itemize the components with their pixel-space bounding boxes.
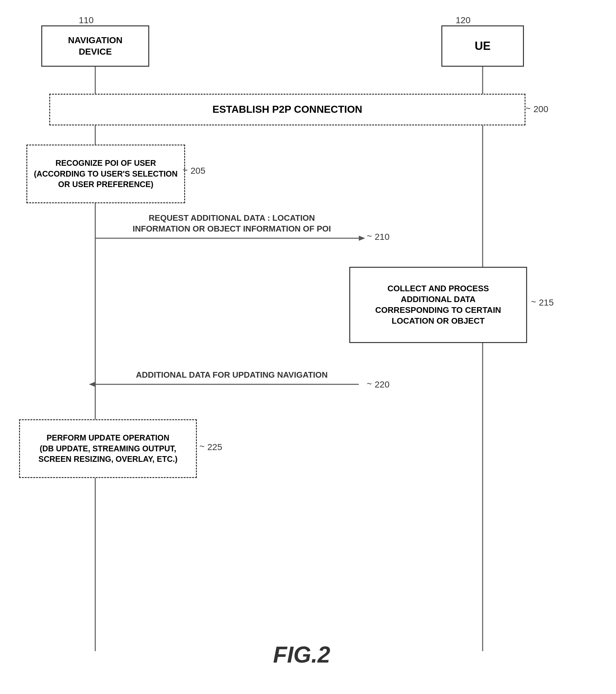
ref-220: 220 — [375, 380, 390, 390]
perform-update-label: PERFORM UPDATE OPERATION (DB UPDATE, STR… — [38, 433, 178, 465]
ref-215: 215 — [539, 298, 554, 308]
perform-update-box: PERFORM UPDATE OPERATION (DB UPDATE, STR… — [19, 419, 197, 478]
tilde-220: ~ — [367, 379, 372, 389]
tilde-200: ~ — [525, 104, 530, 114]
tilde-225: ~ — [200, 441, 205, 452]
ref-205: 205 — [190, 166, 205, 176]
tilde-215: ~ — [531, 297, 536, 307]
ue-label: UE — [475, 39, 490, 54]
figure-label: FIG.2 — [222, 642, 381, 668]
establish-p2p-box: ESTABLISH P2P CONNECTION — [49, 94, 525, 126]
ue-box: UE — [441, 25, 524, 67]
tilde-205: ~ — [183, 165, 188, 175]
ref-210: 210 — [375, 232, 390, 242]
additional-data-label: ADDITIONAL DATA FOR UPDATING NAVIGATION — [98, 370, 365, 380]
recognize-poi-box: RECOGNIZE POI OF USER (ACCORDING TO USER… — [26, 145, 185, 203]
collect-process-label: COLLECT AND PROCESS ADDITIONAL DATA CORR… — [375, 283, 501, 326]
tilde-210: ~ — [367, 231, 372, 241]
collect-process-box: COLLECT AND PROCESS ADDITIONAL DATA CORR… — [349, 267, 527, 343]
svg-marker-5 — [89, 382, 95, 387]
request-additional-label: REQUEST ADDITIONAL DATA : LOCATION INFOR… — [98, 213, 365, 234]
ref-225: 225 — [207, 442, 222, 452]
svg-marker-3 — [359, 236, 365, 241]
diagram: 110 120 NAVIGATION DEVICE UE ESTABLISH P… — [0, 0, 616, 694]
establish-p2p-label: ESTABLISH P2P CONNECTION — [212, 103, 362, 116]
recognize-poi-label: RECOGNIZE POI OF USER (ACCORDING TO USER… — [34, 158, 178, 190]
ref-110: 110 — [79, 15, 94, 25]
nav-device-box: NAVIGATION DEVICE — [41, 25, 149, 67]
nav-device-label: NAVIGATION DEVICE — [68, 35, 123, 58]
ref-120: 120 — [456, 15, 471, 25]
ref-200: 200 — [534, 104, 548, 114]
